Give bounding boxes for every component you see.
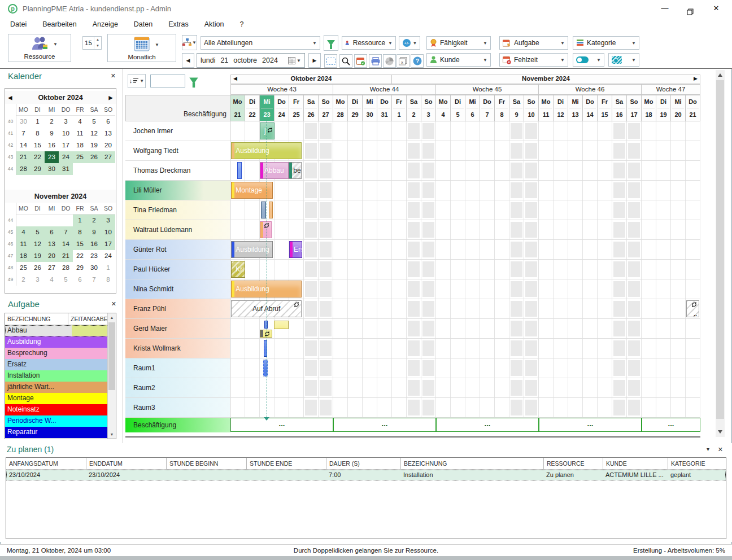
- date-field[interactable]: lundi 21 octobre 2024 ▼: [197, 53, 305, 68]
- calendar-day[interactable]: 2: [45, 116, 59, 128]
- day-header-cell[interactable]: Fr25: [289, 95, 304, 121]
- resource-timeline[interactable]: [230, 339, 700, 358]
- kalender-close-icon[interactable]: ✕: [111, 72, 116, 80]
- day-header-cell[interactable]: Do24: [274, 95, 289, 121]
- row-count-spinner[interactable]: 15 ▲▼: [82, 36, 102, 50]
- calendar-day[interactable]: 3: [101, 215, 115, 226]
- calendar-day[interactable]: 25: [73, 151, 87, 163]
- stats-button[interactable]: [383, 54, 396, 68]
- restore-button[interactable]: [678, 0, 703, 17]
- day-header-cell[interactable]: So27: [319, 95, 333, 121]
- calendar-day[interactable]: 21: [59, 250, 73, 262]
- task-list-item[interactable]: Besprechung: [5, 348, 108, 359]
- resource-timeline[interactable]: Kr:: [230, 260, 700, 279]
- minimize-button[interactable]: —: [652, 0, 677, 17]
- menu-item-aktion[interactable]: Aktion: [204, 20, 224, 28]
- ressource-filter-combo[interactable]: Ressource ▼: [342, 36, 396, 50]
- resource-timeline[interactable]: Auf Abruf..: [230, 299, 700, 318]
- resource-view-button[interactable]: ▼ Ressource: [8, 34, 71, 62]
- resource-timeline[interactable]: [230, 200, 700, 220]
- calendar-day[interactable]: 12: [30, 238, 45, 250]
- calendar-day[interactable]: 17: [59, 139, 73, 151]
- day-header-cell[interactable]: Do21: [686, 95, 700, 121]
- calendar-day[interactable]: [16, 215, 30, 226]
- summary-week-cell[interactable]: ...: [333, 418, 436, 432]
- scrollbar-thumb[interactable]: [108, 322, 115, 390]
- calendar-day[interactable]: 11: [16, 238, 30, 250]
- calendar-day[interactable]: 7: [59, 226, 73, 238]
- today-button[interactable]: [354, 54, 367, 68]
- zp-column-header[interactable]: BEZEICHNUNG: [400, 458, 543, 469]
- resource-filter-input[interactable]: [150, 75, 185, 88]
- day-header-cell[interactable]: Mo28: [333, 95, 348, 121]
- zp-column-header[interactable]: ENDDATUM: [86, 458, 166, 469]
- day-header-cell[interactable]: Do7: [480, 95, 495, 121]
- calendar-day[interactable]: 6: [101, 116, 115, 128]
- zp-column-header[interactable]: KUNDE: [603, 458, 668, 469]
- calendar-day[interactable]: 5: [30, 226, 45, 238]
- day-header-cell[interactable]: Mo11: [539, 95, 554, 121]
- task-bar[interactable]: [261, 202, 266, 218]
- calendar-day[interactable]: 11: [73, 128, 87, 139]
- view-mode-button[interactable]: ▼ Monatlich: [107, 34, 176, 62]
- calendar-day[interactable]: 17: [101, 238, 115, 250]
- resource-timeline[interactable]: [230, 398, 700, 417]
- day-header-cell[interactable]: So17: [627, 95, 642, 121]
- resource-name[interactable]: Lili Müller: [125, 181, 230, 200]
- calendar-day[interactable]: 6: [45, 226, 59, 238]
- day-header-cell[interactable]: Fr15: [598, 95, 612, 121]
- calendar-day[interactable]: 23: [87, 250, 101, 262]
- summary-week-cell[interactable]: ...: [230, 418, 333, 432]
- calendar-day[interactable]: 1: [30, 116, 45, 128]
- day-header-cell[interactable]: Di19: [656, 95, 671, 121]
- calendar-day[interactable]: 26: [30, 262, 45, 274]
- resource-timeline[interactable]: Abbaube:: [230, 161, 700, 180]
- task-bar[interactable]: Kr:: [231, 261, 245, 278]
- calendar-day[interactable]: [59, 215, 73, 226]
- day-header-cell[interactable]: Mi23: [260, 95, 274, 121]
- group-tree-button[interactable]: ▼: [182, 35, 197, 50]
- summary-week-cell[interactable]: ...: [642, 418, 700, 432]
- resource-filter-icon[interactable]: [189, 78, 198, 84]
- day-header-cell[interactable]: Mo21: [230, 95, 245, 121]
- calendar-day[interactable]: 30: [16, 116, 30, 128]
- display-toggle-combo[interactable]: ▼: [573, 53, 604, 67]
- resource-name[interactable]: Raum3: [125, 398, 230, 417]
- calendar-day[interactable]: [30, 215, 45, 226]
- calendar-day[interactable]: 13: [45, 238, 59, 250]
- calendar-day[interactable]: 30: [45, 163, 59, 175]
- day-header-cell[interactable]: Fr1: [392, 95, 407, 121]
- day-header-cell[interactable]: Fr8: [495, 95, 509, 121]
- resource-name[interactable]: Raum1: [125, 358, 230, 378]
- resource-name[interactable]: Franz Pühl: [125, 299, 230, 318]
- calendar-day[interactable]: 22: [73, 250, 87, 262]
- task-list-item[interactable]: Reparatur: [5, 427, 108, 438]
- close-button[interactable]: ✕: [704, 0, 729, 17]
- resource-name[interactable]: Thomas Dreckman: [125, 161, 230, 180]
- resource-timeline[interactable]: [230, 220, 700, 239]
- task-bar[interactable]: [274, 321, 289, 329]
- resource-timeline[interactable]: [230, 319, 700, 338]
- calendar-day[interactable]: 10: [59, 128, 73, 139]
- summary-week-cell[interactable]: ...: [539, 418, 642, 432]
- help-button[interactable]: ?: [411, 54, 424, 68]
- calendar-day[interactable]: 21: [16, 151, 30, 163]
- day-header-cell[interactable]: Di22: [245, 95, 260, 121]
- calendar-day[interactable]: 15: [73, 238, 87, 250]
- menu-item-bearbeiten[interactable]: Bearbeiten: [42, 20, 76, 28]
- plus-minus-button[interactable]: +/- ▼: [399, 36, 420, 50]
- calendar-day[interactable]: 7: [87, 274, 101, 286]
- resource-name[interactable]: Raum2: [125, 378, 230, 397]
- planner-scrollbar[interactable]: [716, 70, 725, 437]
- menu-item-anzeige[interactable]: Anzeige: [93, 20, 118, 28]
- calendar-day[interactable]: 19: [30, 250, 45, 262]
- spinner-up-icon[interactable]: ▲: [94, 37, 101, 43]
- aufgabe-close-icon[interactable]: ✕: [111, 300, 116, 308]
- resource-name[interactable]: Jochen Irmer: [125, 121, 230, 141]
- calendar-day[interactable]: 29: [30, 163, 45, 175]
- search-button[interactable]: [339, 54, 352, 68]
- calendar-day[interactable]: 2: [87, 215, 101, 226]
- calendar-day[interactable]: 25: [16, 262, 30, 274]
- print-button[interactable]: [369, 54, 382, 68]
- calendar-day[interactable]: 8: [101, 274, 115, 286]
